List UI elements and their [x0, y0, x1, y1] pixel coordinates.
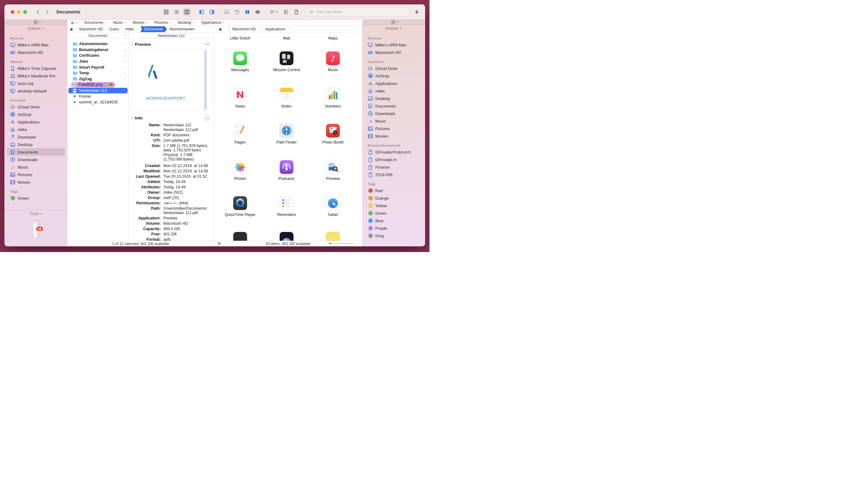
zoom-button[interactable] — [23, 10, 27, 14]
file-row-summit-ar-92184535[interactable]: summit_ar...92184535 — [68, 100, 127, 105]
left-sidebar-title[interactable]: Sidebar — [4, 25, 67, 32]
sidebar-item-movies[interactable]: Movies — [365, 132, 423, 140]
right-sidebar-title[interactable]: Sidebar — [362, 25, 425, 32]
breadcrumb-item[interactable]: Applications — [261, 27, 289, 32]
favorites-home-button[interactable] — [71, 21, 78, 25]
close-button[interactable] — [11, 10, 14, 14]
app-news[interactable]: News — [218, 88, 262, 108]
toggle-left-pane-button[interactable] — [198, 9, 205, 15]
sidebar-item-desktop[interactable]: Desktop — [365, 95, 423, 102]
app-music[interactable]: ♪Music — [311, 51, 355, 72]
column-header-preview-file[interactable]: Newtonlaan 112 — [129, 33, 214, 38]
folder-row-abonnementen[interactable]: Abonnementen› — [68, 41, 127, 47]
column-view-button[interactable] — [184, 9, 190, 15]
icon-size-slider[interactable] — [329, 243, 354, 244]
sidebar-item-music[interactable]: ♫Music — [365, 117, 423, 125]
sort-ascending-icon[interactable]: ^ — [124, 34, 126, 37]
list-view-button[interactable] — [174, 9, 180, 15]
breadcrumb[interactable]: 〉Macintosh HD〉Users〉milke〉DocumentsAbonn… — [67, 26, 216, 33]
app-numbers[interactable]: Numbers — [311, 88, 355, 108]
breadcrumb-right[interactable]: 〉Macintosh HDApplications — [216, 26, 362, 33]
folder-row-certficates[interactable]: Certficates› — [68, 53, 127, 59]
download-arrow-icon[interactable] — [415, 10, 419, 14]
sidebar-item-orange[interactable]: Orange — [365, 194, 423, 202]
info-section-header[interactable]: ▾ Info ••• — [131, 115, 211, 121]
sidebar-item-cisco-lvg[interactable]: cisco-lvg — [7, 80, 65, 87]
collapse-chevron-icon[interactable]: › — [7, 20, 9, 24]
app-quicktime-player[interactable]: QuickTime Player — [218, 196, 262, 217]
sidebar-item-gfavatar-m[interactable]: GFAvatar.m — [365, 156, 423, 163]
file-list[interactable]: Abonnementen›Belastingdienst›Certficates… — [67, 39, 129, 241]
sidebar-item-pictures[interactable]: Pictures — [365, 125, 423, 132]
sidebar-item-milke[interactable]: milke — [7, 126, 65, 133]
favorites-bar-item-pictures[interactable]: Pictures — [154, 20, 171, 25]
app-pages[interactable]: “Pages — [218, 123, 262, 144]
sidebar-item-green[interactable]: Green — [365, 209, 423, 217]
favorites-bar-item-applications[interactable]: Applications — [201, 20, 225, 25]
app-reminders[interactable]: Reminders — [265, 196, 308, 217]
sidebar-item-icloud-drive[interactable]: iCloud Drive — [7, 103, 65, 111]
target-icon[interactable] — [33, 20, 41, 24]
more-options-icon[interactable]: ••• — [205, 115, 210, 121]
collapse-chevron-icon[interactable]: › — [365, 20, 366, 24]
toggle-top-shelf-button[interactable] — [224, 9, 230, 15]
disclosure-chevron-icon[interactable]: ▾ — [131, 116, 133, 120]
sidebar-item-documents[interactable]: Documents — [7, 148, 65, 156]
app-label-mail[interactable]: Mail — [265, 36, 308, 41]
app-partial-siri[interactable] — [265, 232, 308, 241]
folder-row-belastingdienst[interactable]: Belastingdienst› — [68, 47, 127, 53]
folder-row-temp[interactable]: Temp› — [68, 70, 127, 76]
sidebar-item-milke-s-time-capsule[interactable]: Milke's Time Capsule — [7, 64, 65, 72]
sidebar-item-movies[interactable]: Movies — [7, 178, 65, 186]
pdf-preview-thumbnail[interactable]: WONINGRAPPORT — [131, 49, 211, 111]
more-options-icon[interactable]: ••• — [205, 42, 210, 47]
target-icon[interactable] — [391, 20, 398, 24]
filter-field[interactable] — [306, 7, 410, 16]
app-path-finder[interactable]: NWESPath Finder — [265, 123, 308, 144]
left-sidebar-list[interactable]: DevicesMilke's ARM MacMacintosh HDShared… — [4, 32, 67, 210]
sidebar-item-music[interactable]: ♫Music — [7, 163, 65, 171]
calipers-icon[interactable] — [283, 9, 289, 15]
toggle-right-pane-button[interactable] — [209, 9, 215, 15]
sidebar-item-milke-s-arm-mac[interactable]: Milke's ARM Mac — [365, 41, 423, 49]
filter-input[interactable] — [316, 10, 407, 14]
app-notes[interactable]: Notes — [265, 88, 308, 108]
app-partial-stickies[interactable] — [311, 232, 355, 241]
app-partial-dark-shapes[interactable]: ♥★ — [218, 232, 262, 241]
favorites-bar-item-movies[interactable]: Movies — [133, 20, 148, 25]
file-row-newtonlaan-112[interactable]: Newtonlaan 112 — [68, 88, 127, 94]
file-row-portret[interactable]: Portret — [68, 93, 127, 100]
sidebar-item-milke-s-arm-mac[interactable]: Milke's ARM Mac — [7, 41, 65, 49]
sidebar-item-desktop[interactable]: Desktop — [7, 141, 65, 148]
back-button[interactable] — [35, 10, 40, 14]
sidebar-item-airdrop[interactable]: AirDrop — [365, 72, 423, 80]
sidebar-item-gfavatarprotocol-h[interactable]: GFAvatarProtocol.h — [365, 148, 423, 156]
sidebar-item-blue[interactable]: Blue — [365, 217, 423, 225]
sidebar-item-applications[interactable]: Applications — [365, 80, 423, 87]
folder-row-zigzag[interactable]: ZigZag› — [68, 76, 127, 82]
app-label-maps[interactable]: Maps — [311, 36, 355, 41]
sidebar-item-purple[interactable]: Purple — [365, 225, 423, 232]
trash-section-title[interactable]: Trash — [4, 211, 67, 217]
app-preview[interactable]: Preview — [311, 160, 355, 181]
preview-section-header[interactable]: ▾ Preview ••• — [131, 42, 211, 47]
breadcrumb-item[interactable]: Macintosh HD — [79, 27, 103, 31]
sidebar-item-desktop-nb3aofi[interactable]: desktop-nb3aofi — [7, 87, 65, 95]
app-label-little-snitch[interactable]: Little Snitch — [218, 36, 262, 41]
sidebar-item-macintosh-hd[interactable]: Macintosh HD — [365, 49, 423, 56]
folder-row-smart-payroll[interactable]: Smart Payroll› — [68, 64, 127, 70]
trash-icon[interactable]: 18 — [29, 219, 43, 239]
icon-view-button[interactable] — [163, 9, 169, 15]
preview-eye-button[interactable] — [255, 9, 261, 15]
sidebar-item-red[interactable]: Red — [365, 187, 423, 194]
toggle-bottom-shelf-button[interactable] — [234, 9, 240, 15]
preview-info-column[interactable]: ▾ Preview ••• — [129, 39, 214, 241]
file-row-freebsd-png[interactable]: FreeBSD.png — [68, 82, 127, 88]
sidebar-item-airdrop[interactable]: AirDrop — [7, 111, 65, 118]
sidebar-item-finance[interactable]: Finance — [365, 163, 423, 171]
apple-icon[interactable] — [218, 27, 222, 31]
sidebar-item-gray[interactable]: Gray — [365, 232, 423, 240]
dual-pane-button[interactable] — [244, 9, 251, 15]
favorites-bar-item-music[interactable]: Music — [113, 20, 126, 25]
breadcrumb-item[interactable]: Macintosh HD — [228, 27, 260, 32]
